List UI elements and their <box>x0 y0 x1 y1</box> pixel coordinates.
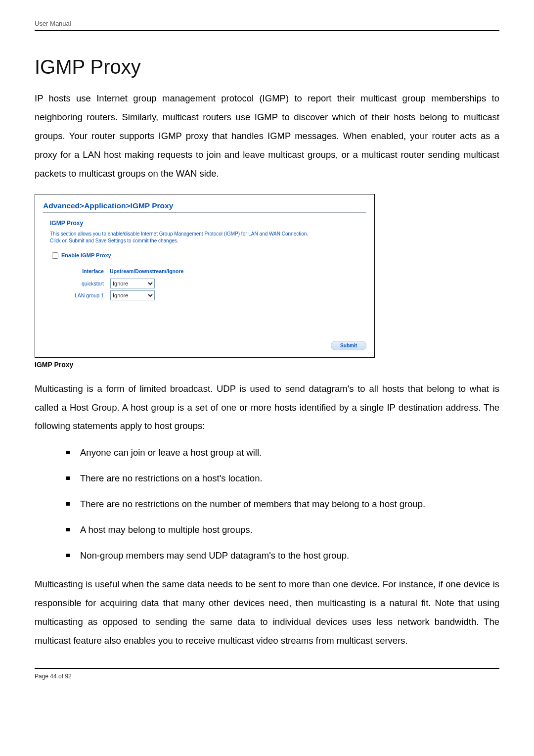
submit-button[interactable]: Submit <box>331 341 366 350</box>
panel-desc-line2: Click on Submit and Save Settings to com… <box>50 238 178 243</box>
col-mode-header: Upstream/Downstream/Ignore <box>110 267 188 277</box>
panel-desc-line1: This section allows you to enable/disabl… <box>50 231 308 236</box>
iface-label: LAN group 1 <box>75 290 109 301</box>
igmp-proxy-panel: Advanced>Application>IGMP Proxy IGMP Pro… <box>35 194 375 358</box>
list-item: There are no restrictions on a host's lo… <box>66 472 499 485</box>
page-footer: Page 44 of 92 <box>35 673 499 680</box>
table-row: quickstart Ignore <box>75 278 188 289</box>
figure-caption: IGMP Proxy <box>35 361 499 369</box>
bullet-list: Anyone can join or leave a host group at… <box>35 446 499 562</box>
table-row: LAN group 1 Ignore <box>75 290 188 301</box>
intro-paragraph: IP hosts use Internet group management p… <box>35 89 499 183</box>
interface-table: Interface Upstream/Downstream/Ignore qui… <box>74 266 189 302</box>
panel-description: This section allows you to enable/disabl… <box>50 231 366 245</box>
para-hostgroups: Multicasting is a form of limited broadc… <box>35 379 499 436</box>
col-interface-header: Interface <box>75 267 109 277</box>
panel-breadcrumb: Advanced>Application>IGMP Proxy <box>43 201 366 210</box>
list-item: Non-group members may send UDP datagram'… <box>66 549 499 562</box>
header-rule <box>35 30 499 31</box>
enable-igmp-checkbox[interactable] <box>52 252 58 259</box>
para-useful: Multicasting is useful when the same dat… <box>35 575 499 650</box>
page-title: IGMP Proxy <box>35 56 499 78</box>
list-item: A host may belong to multiple host group… <box>66 523 499 536</box>
panel-section-title: IGMP Proxy <box>50 220 366 227</box>
mode-select-quickstart[interactable]: Ignore <box>110 279 155 288</box>
list-item: There are no restrictions on the number … <box>66 498 499 511</box>
page-header: User Manual <box>35 20 499 30</box>
list-item: Anyone can join or leave a host group at… <box>66 446 499 459</box>
iface-label: quickstart <box>75 278 109 289</box>
enable-igmp-label: Enable IGMP Proxy <box>61 252 111 258</box>
footer-rule <box>35 668 499 669</box>
mode-select-langroup1[interactable]: Ignore <box>110 290 155 300</box>
panel-divider <box>43 212 366 213</box>
enable-igmp-row: Enable IGMP Proxy <box>50 251 366 260</box>
